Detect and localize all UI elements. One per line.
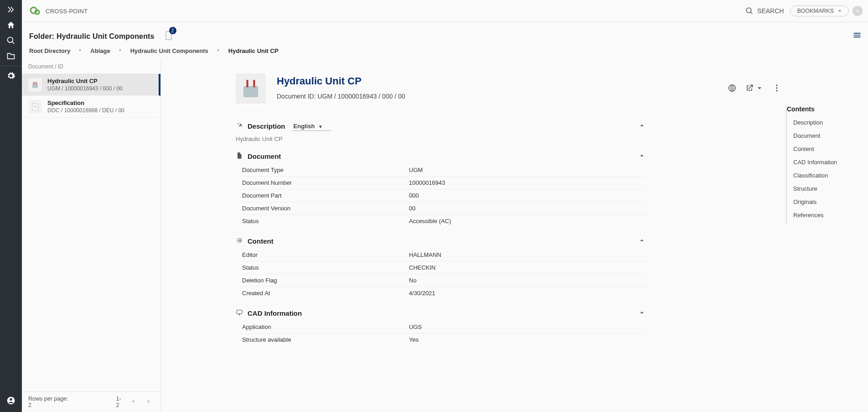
svg-point-17	[776, 90, 777, 91]
svg-rect-13	[253, 80, 255, 87]
bookmarks-dropdown[interactable]: BOOKMARKS	[790, 5, 849, 16]
language-select[interactable]: English ▼	[293, 122, 331, 131]
chevron-down-icon	[755, 83, 764, 93]
svg-point-16	[776, 87, 777, 89]
folder-rail-button[interactable]	[0, 48, 22, 64]
kv-value: 10000016943	[409, 179, 445, 186]
document-item-title: Hydraulic Unit CP	[47, 78, 123, 84]
svg-rect-5	[34, 82, 35, 84]
section-description: Description English ▼ Hydraulic Unit CP	[236, 121, 646, 142]
document-item-sub: DOC / 10000016988 / DEU / 00	[47, 107, 124, 114]
chevron-double-right-icon	[6, 5, 16, 14]
kv-row: EditorHALLMANN	[236, 249, 646, 261]
home-button[interactable]	[0, 17, 22, 33]
pager-prev-button[interactable]	[128, 396, 139, 408]
kv-value: 000	[409, 192, 419, 199]
kv-value: UGM	[409, 167, 423, 173]
settings-rail-button[interactable]	[0, 68, 22, 83]
svg-rect-4	[32, 83, 38, 88]
toc-link[interactable]: CAD Information	[793, 159, 854, 166]
toc-link[interactable]: Classification	[793, 172, 854, 179]
kv-value: Yes	[409, 336, 418, 343]
chevron-left-icon	[129, 398, 137, 405]
document-item-sub: UGM / 10000016943 / 000 / 00	[47, 85, 123, 92]
toc-link[interactable]: References	[793, 212, 854, 219]
folder-badge: 2	[169, 27, 176, 34]
globe-icon	[728, 83, 737, 93]
section-cad: CAD Information ApplicationUGS Structure…	[236, 308, 646, 346]
document-item-title: Specification	[47, 99, 124, 106]
home-icon	[6, 21, 16, 30]
kv-key: Document Type	[242, 167, 409, 173]
chevron-down-icon	[837, 8, 843, 14]
document-list-footer: Rows per page: 2 1-2	[22, 391, 160, 412]
folder-title-name: Hydraulic Unit Components	[57, 32, 155, 40]
kv-key: Application	[242, 323, 409, 330]
section-document: Document Document TypeUGM Document Numbe…	[236, 151, 646, 227]
kv-row: Document Number10000016943	[236, 177, 646, 189]
toc-link[interactable]: Content	[793, 146, 854, 152]
section-content-label: Content	[248, 237, 274, 245]
kv-value: CHECKIN	[409, 264, 436, 271]
toc-link[interactable]: Originals	[793, 198, 854, 205]
document-list-item[interactable]: Specification DOC / 10000016988 / DEU / …	[22, 96, 160, 118]
breadcrumb: Root Directory Ablage Hydraulic Unit Com…	[22, 46, 868, 60]
toc-link[interactable]: Description	[793, 119, 854, 126]
account-rail-button[interactable]	[0, 393, 22, 408]
breadcrumb-link[interactable]: Root Directory	[29, 47, 70, 54]
section-content-header[interactable]: Content	[236, 236, 646, 249]
pager-next-button[interactable]	[143, 396, 154, 408]
search-rail-button[interactable]	[0, 33, 22, 48]
toc-link[interactable]: Document	[793, 132, 854, 139]
brand-text: CROSS·POINT	[46, 8, 88, 15]
section-cad-header[interactable]: CAD Information	[236, 308, 646, 321]
monitor-icon	[236, 309, 243, 318]
kv-row: Structure availableYes	[236, 334, 646, 346]
section-description-label: Description	[248, 122, 285, 130]
model-icon	[31, 80, 40, 89]
section-description-header[interactable]: Description English ▼	[236, 121, 646, 134]
kv-value: UGS	[409, 323, 422, 330]
kv-row: Deletion FlagNo	[236, 274, 646, 287]
section-cad-body: ApplicationUGS Structure availableYes	[236, 321, 646, 346]
kv-value: 4/30/2021	[409, 290, 435, 297]
kv-value: No	[409, 277, 417, 284]
rows-per-page-label: Rows per page: 2	[28, 396, 72, 408]
kv-key: Document Number	[242, 179, 409, 186]
app-bar: CROSS·POINT SEARCH BOOKMARKS	[22, 0, 868, 22]
search-label: SEARCH	[757, 7, 784, 15]
collapse-toggle[interactable]	[638, 236, 646, 246]
search-icon	[6, 36, 16, 45]
collapse-toggle[interactable]	[638, 151, 646, 161]
chevron-right-icon	[216, 47, 221, 54]
breadcrumb-link[interactable]: Ablage	[90, 47, 110, 54]
svg-point-1	[10, 398, 12, 401]
section-document-header[interactable]: Document	[236, 151, 646, 164]
kv-row: StatusCHECKIN	[236, 261, 646, 274]
open-external-icon	[745, 83, 754, 93]
kv-key: Editor	[242, 251, 409, 258]
more-actions-button[interactable]	[772, 83, 781, 93]
model-icon	[238, 76, 263, 101]
kv-key: Status	[242, 264, 409, 271]
collapse-toggle[interactable]	[638, 121, 646, 131]
kv-row: ApplicationUGS	[236, 321, 646, 334]
folder-menu-button[interactable]	[852, 31, 862, 41]
detail-document-id: Document ID: UGM / 10000016943 / 000 / 0…	[277, 93, 405, 100]
document-list-item[interactable]: Hydraulic Unit CP UGM / 10000016943 / 00…	[22, 74, 160, 96]
folder-document-count-button[interactable]: 2	[165, 31, 173, 42]
breadcrumb-link[interactable]: Hydraulic Unit Components	[130, 47, 208, 54]
kv-value: HALLMANN	[409, 251, 441, 258]
svg-rect-18	[237, 310, 242, 314]
appbar-search-button[interactable]: SEARCH	[745, 7, 784, 15]
open-external-button[interactable]	[745, 83, 764, 93]
toc-link[interactable]: Structure	[793, 185, 854, 192]
detail-thumbnail	[236, 73, 266, 104]
collapse-toggle[interactable]	[638, 308, 646, 318]
chevron-up-icon	[638, 121, 646, 130]
expand-rail-button[interactable]	[0, 2, 22, 17]
add-button[interactable]	[852, 6, 863, 16]
document-list-panel: Document / ID Hydraulic Unit CP UGM / 10…	[22, 60, 161, 412]
globe-action-button[interactable]	[728, 83, 737, 93]
section-document-body: Document TypeUGM Document Number10000016…	[236, 164, 646, 227]
